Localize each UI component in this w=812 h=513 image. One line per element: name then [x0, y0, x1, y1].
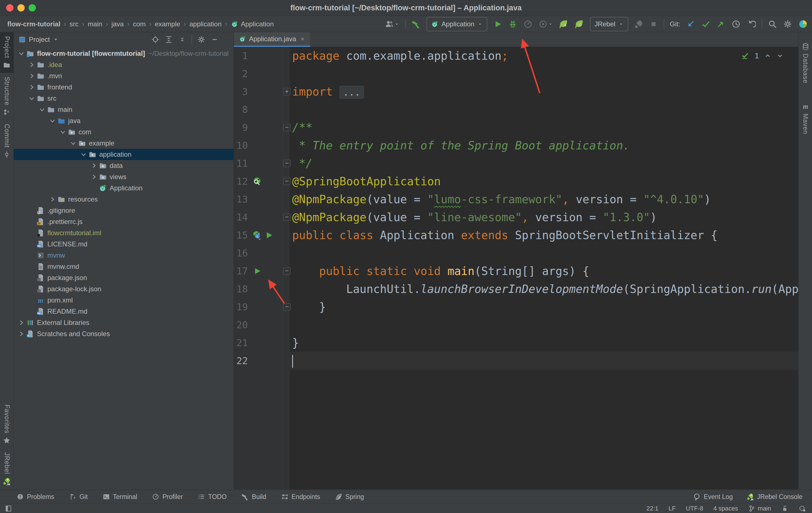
breadcrumb-item[interactable]: java [111, 20, 124, 28]
breadcrumb-item[interactable]: example [155, 20, 180, 28]
tree-chevron[interactable] [58, 128, 67, 136]
tree-chevron[interactable] [68, 139, 78, 147]
tool-window-button-build[interactable]: Build [241, 493, 266, 501]
project-panel-title-button[interactable]: Project [18, 36, 59, 43]
tree-chevron[interactable] [48, 117, 57, 125]
spring-search-gutter-button[interactable] [252, 177, 262, 186]
chevron-right-icon[interactable] [28, 83, 36, 91]
tree-chevron[interactable] [27, 72, 36, 80]
git-commit-button[interactable] [701, 19, 710, 29]
tree-row[interactable]: MDLICENSE.md [14, 239, 234, 250]
tool-window-button-problems[interactable]: Problems [16, 493, 54, 501]
tree-chevron[interactable] [27, 61, 36, 69]
tree-row[interactable]: views [14, 171, 234, 182]
tree-chevron[interactable] [27, 94, 36, 102]
tree-chevron[interactable] [17, 319, 26, 327]
tool-stripe-button-maven[interactable]: mMaven [799, 98, 812, 138]
tree-chevron[interactable] [89, 173, 99, 181]
tree-chevron[interactable] [48, 195, 57, 203]
breadcrumb-item[interactable]: com [133, 20, 146, 28]
run-gutter-button[interactable] [252, 266, 262, 276]
settings-button[interactable] [783, 19, 792, 29]
tree-row[interactable]: application [14, 149, 234, 160]
tab-close-button[interactable] [300, 36, 305, 41]
hide-panel-button[interactable] [210, 35, 219, 44]
tool-window-button-todo[interactable]: TODO [197, 493, 227, 501]
git-branch-widget[interactable]: main [748, 505, 771, 512]
indent-indicator[interactable]: 4 spaces [713, 505, 738, 512]
fold-marker[interactable]: − [283, 124, 290, 131]
chevron-down-icon[interactable] [80, 151, 87, 158]
chevron-right-icon[interactable] [28, 61, 36, 69]
jrebel-disabled-button[interactable] [634, 19, 643, 29]
debug-button[interactable] [508, 19, 518, 29]
breadcrumb-item[interactable]: Application [231, 20, 274, 28]
tree-chevron[interactable] [17, 330, 26, 338]
run-button[interactable] [493, 19, 502, 29]
chevron-down-icon[interactable] [69, 139, 77, 147]
fold-marker[interactable]: − [283, 267, 290, 275]
code-area[interactable]: 1package com.example.application;23+impo… [234, 47, 798, 489]
chevron-down-icon[interactable] [59, 128, 67, 136]
expand-all-button[interactable] [165, 35, 173, 44]
tool-window-button-event-log[interactable]: Event Log [693, 493, 733, 501]
jrebel-select[interactable]: JRebel [590, 17, 628, 31]
inspection-widget[interactable]: 1 [741, 51, 784, 60]
tree-row[interactable]: flowcrmtutorial.iml [14, 228, 234, 239]
tree-row[interactable]: .idea [14, 59, 234, 70]
ide-indicator-widget[interactable] [799, 505, 806, 512]
breadcrumb-item[interactable]: flow-crm-tutorial [7, 20, 60, 28]
tree-row[interactable]: JS.prettierrc.js [14, 216, 234, 228]
tree-chevron[interactable] [79, 151, 88, 158]
tab-application-java[interactable]: Application.java [234, 32, 310, 47]
spring-bean-gutter-button[interactable]: c [252, 231, 262, 240]
chevron-down-icon[interactable] [18, 50, 25, 57]
panel-settings-button[interactable] [197, 35, 205, 44]
chevron-right-icon[interactable] [90, 162, 98, 170]
tool-window-button-git[interactable]: Git [69, 493, 87, 501]
tool-window-button-jrebel-console[interactable]: JRJRebel Console [746, 493, 803, 501]
run-configuration-select[interactable]: Application [427, 17, 487, 31]
history-button[interactable] [731, 19, 741, 29]
run-gutter-button[interactable] [264, 231, 274, 240]
tree-row[interactable]: .gitignore [14, 205, 234, 216]
tree-row[interactable]: .mvn [14, 70, 234, 82]
tree-row[interactable]: src [14, 93, 234, 104]
fold-marker[interactable]: − [283, 303, 290, 311]
next-problem-button[interactable] [776, 52, 784, 59]
caret-position[interactable]: 22:1 [646, 505, 658, 512]
stop-button[interactable] [649, 20, 658, 29]
tool-stripe-button-jrebel[interactable]: JRebelJR [0, 449, 13, 489]
tree-row[interactable]: mvnw [14, 250, 234, 261]
breadcrumb-item[interactable]: src [69, 20, 79, 28]
tree-row[interactable]: {}package-lock.json [14, 283, 234, 295]
tree-row[interactable]: resources [14, 194, 234, 205]
tree-row[interactable]: Scratches and Consoles [14, 328, 234, 339]
tool-window-switcher-button[interactable] [4, 505, 12, 512]
chevron-right-icon[interactable] [18, 319, 25, 327]
git-push-button[interactable] [716, 19, 726, 29]
tree-row[interactable]: mpom.xml [14, 295, 234, 306]
chevron-right-icon[interactable] [28, 72, 36, 80]
run-with-coverage-button[interactable] [538, 19, 553, 29]
tool-window-button-profiler[interactable]: Profiler [152, 493, 183, 501]
tool-window-button-terminal[interactable]: Terminal [102, 493, 137, 501]
tree-row[interactable]: java [14, 115, 234, 126]
chevron-right-icon[interactable] [49, 195, 56, 203]
tree-chevron[interactable] [37, 106, 47, 114]
tree-row[interactable]: MDREADME.md [14, 306, 234, 317]
profile-button[interactable] [523, 19, 533, 29]
tree-row[interactable]: com [14, 126, 234, 138]
collapse-all-button[interactable] [178, 35, 186, 44]
prev-problem-button[interactable] [764, 52, 771, 59]
jrebel-debug-button[interactable] [574, 19, 584, 29]
chevron-right-icon[interactable] [18, 330, 25, 338]
fold-marker[interactable]: − [283, 160, 290, 167]
lock-widget[interactable] [781, 505, 788, 512]
breadcrumb-item[interactable]: main [88, 20, 102, 28]
tree-row[interactable]: frontend [14, 82, 234, 93]
tool-window-button-endpoints[interactable]: Endpoints [281, 493, 320, 501]
tree-chevron[interactable] [17, 50, 26, 57]
git-update-button[interactable] [686, 19, 695, 29]
tool-stripe-button-favorites[interactable]: Favorites [0, 400, 13, 449]
